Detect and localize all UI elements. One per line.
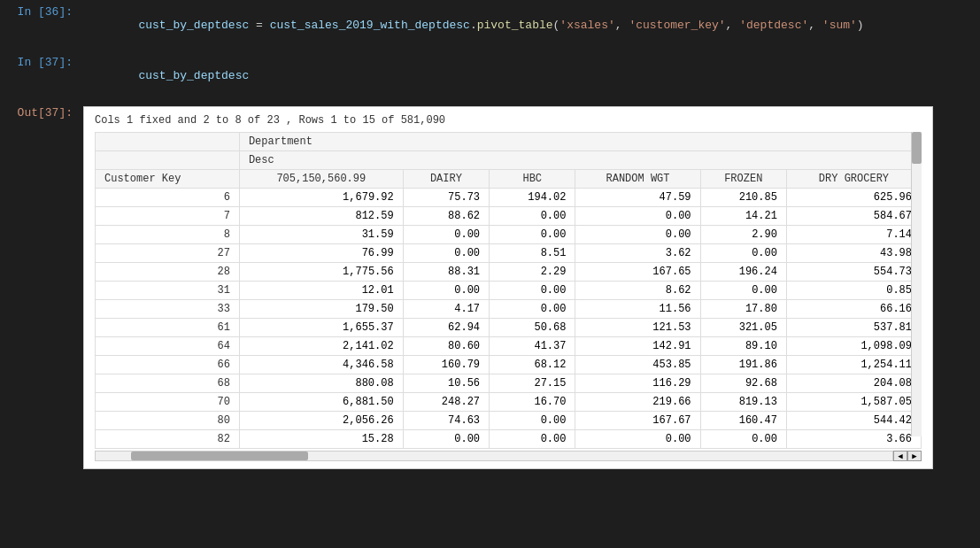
scrollbar-vertical[interactable] bbox=[911, 132, 922, 436]
th-random-wgt: RANDOM WGT bbox=[575, 170, 700, 189]
table-row: 802,056.2674.630.00167.67160.47544.42 bbox=[96, 412, 922, 430]
td-value: 0.00 bbox=[490, 300, 575, 319]
scrollbar-area: ◀ ▶ bbox=[95, 451, 922, 461]
td-value: 2.29 bbox=[490, 263, 575, 282]
th-department: Department bbox=[239, 133, 921, 151]
td-value: 47.59 bbox=[575, 189, 700, 207]
td-value: 3.62 bbox=[575, 244, 700, 263]
td-customer-key: 82 bbox=[96, 430, 240, 449]
table-row: 8215.280.000.000.000.003.66 bbox=[96, 430, 922, 449]
table-row: 281,775.5688.312.29167.65196.24554.73 bbox=[96, 263, 922, 282]
scrollbar-h-thumb[interactable] bbox=[131, 452, 308, 460]
table-row: 7812.5988.620.000.0014.21584.67 bbox=[96, 207, 922, 226]
td-value: 0.00 bbox=[700, 430, 786, 449]
td-value: 321.05 bbox=[700, 319, 786, 337]
td-value: 27.15 bbox=[490, 374, 575, 393]
scroll-right-button[interactable]: ▶ bbox=[907, 451, 922, 461]
notebook: In [36]: cust_by_deptdesc = cust_sales_2… bbox=[0, 0, 980, 475]
td-value: 92.68 bbox=[700, 374, 786, 393]
td-value: 8.51 bbox=[490, 244, 575, 263]
td-customer-key: 33 bbox=[96, 300, 240, 319]
table-row: 611,655.3762.9450.68121.53321.05537.81 bbox=[96, 319, 922, 337]
td-value: 191.86 bbox=[700, 356, 786, 374]
td-value: 0.00 bbox=[490, 412, 575, 430]
th-desc: Desc bbox=[239, 151, 921, 170]
td-value: 75.73 bbox=[403, 189, 489, 207]
td-customer-key: 8 bbox=[96, 226, 240, 244]
table-body: 61,679.9275.73194.0247.59210.85625.96781… bbox=[96, 189, 922, 449]
str-xsales: 'xsales' bbox=[559, 19, 614, 32]
td-value: 8.62 bbox=[575, 282, 700, 300]
scrollbar-horizontal[interactable] bbox=[95, 451, 893, 461]
td-value: 1,655.37 bbox=[239, 319, 403, 337]
td-value: 248.27 bbox=[403, 393, 489, 412]
table-row: 33179.504.170.0011.5617.8066.16 bbox=[96, 300, 922, 319]
td-value: 219.66 bbox=[575, 393, 700, 412]
td-value: 204.08 bbox=[786, 374, 921, 393]
td-value: 10.56 bbox=[403, 374, 489, 393]
header-row-dept: Department bbox=[96, 133, 922, 151]
td-value: 88.31 bbox=[403, 263, 489, 282]
td-value: 121.53 bbox=[575, 319, 700, 337]
td-customer-key: 7 bbox=[96, 207, 240, 226]
cell-label-36: In [36]: bbox=[0, 4, 80, 19]
td-value: 0.00 bbox=[575, 430, 700, 449]
td-customer-key: 80 bbox=[96, 412, 240, 430]
td-customer-key: 28 bbox=[96, 263, 240, 282]
output-area: Cols 1 fixed and 2 to 8 of 23 , Rows 1 t… bbox=[83, 106, 933, 469]
td-customer-key: 31 bbox=[96, 282, 240, 300]
td-value: 554.73 bbox=[786, 263, 921, 282]
str-customer-key: 'customer_key' bbox=[629, 19, 725, 32]
td-value: 0.00 bbox=[490, 430, 575, 449]
td-value: 167.65 bbox=[575, 263, 700, 282]
td-value: 80.60 bbox=[403, 337, 489, 356]
td-value: 1,098.09 bbox=[786, 337, 921, 356]
cell-label-37: In [37]: bbox=[0, 54, 80, 69]
method-pivot-table: pivot_table bbox=[477, 19, 553, 32]
td-value: 15.28 bbox=[239, 430, 403, 449]
td-value: 74.63 bbox=[403, 412, 489, 430]
td-value: 0.00 bbox=[403, 430, 489, 449]
scroll-left-button[interactable]: ◀ bbox=[893, 451, 907, 461]
td-value: 179.50 bbox=[239, 300, 403, 319]
td-value: 4.17 bbox=[403, 300, 489, 319]
td-value: 62.94 bbox=[403, 319, 489, 337]
td-value: 167.67 bbox=[575, 412, 700, 430]
td-value: 89.10 bbox=[700, 337, 786, 356]
str-sum: 'sum' bbox=[822, 19, 857, 32]
td-value: 0.85 bbox=[786, 282, 921, 300]
td-value: 196.24 bbox=[700, 263, 786, 282]
td-customer-key: 64 bbox=[96, 337, 240, 356]
table-row: 831.590.000.000.002.907.14 bbox=[96, 226, 922, 244]
td-customer-key: 66 bbox=[96, 356, 240, 374]
td-value: 66.16 bbox=[786, 300, 921, 319]
td-value: 31.59 bbox=[239, 226, 403, 244]
td-customer-key: 27 bbox=[96, 244, 240, 263]
pivot-table: Department Desc Customer Key 705,150,560… bbox=[95, 132, 922, 449]
td-value: 12.01 bbox=[239, 282, 403, 300]
th-empty-2 bbox=[96, 151, 240, 170]
scrollbar-v-thumb[interactable] bbox=[912, 132, 922, 164]
td-value: 2.90 bbox=[700, 226, 786, 244]
table-container: Department Desc Customer Key 705,150,560… bbox=[95, 132, 922, 449]
cell-content-out-37: Cols 1 fixed and 2 to 8 of 23 , Rows 1 t… bbox=[80, 104, 980, 471]
th-frozen: FROZEN bbox=[700, 170, 786, 189]
cell-content-36: cust_by_deptdesc = cust_sales_2019_with_… bbox=[80, 4, 980, 47]
td-value: 1,775.56 bbox=[239, 263, 403, 282]
var-cust-by-deptdesc-2: cust_by_deptdesc bbox=[138, 69, 249, 82]
td-customer-key: 61 bbox=[96, 319, 240, 337]
td-value: 625.96 bbox=[786, 189, 921, 207]
td-value: 14.21 bbox=[700, 207, 786, 226]
var-cust-sales: cust_sales_2019_with_deptdesc bbox=[270, 19, 470, 32]
td-value: 16.70 bbox=[490, 393, 575, 412]
output-info: Cols 1 fixed and 2 to 8 of 23 , Rows 1 t… bbox=[95, 114, 922, 127]
td-value: 88.62 bbox=[403, 207, 489, 226]
td-value: 2,056.26 bbox=[239, 412, 403, 430]
header-row-desc: Desc bbox=[96, 151, 922, 170]
table-row: 68880.0810.5627.15116.2992.68204.08 bbox=[96, 374, 922, 393]
td-value: 142.91 bbox=[575, 337, 700, 356]
cell-content-37: cust_by_deptdesc bbox=[80, 54, 980, 97]
table-row: 664,346.58160.7968.12453.85191.861,254.1… bbox=[96, 356, 922, 374]
td-value: 0.00 bbox=[700, 282, 786, 300]
td-value: 3.66 bbox=[786, 430, 921, 449]
